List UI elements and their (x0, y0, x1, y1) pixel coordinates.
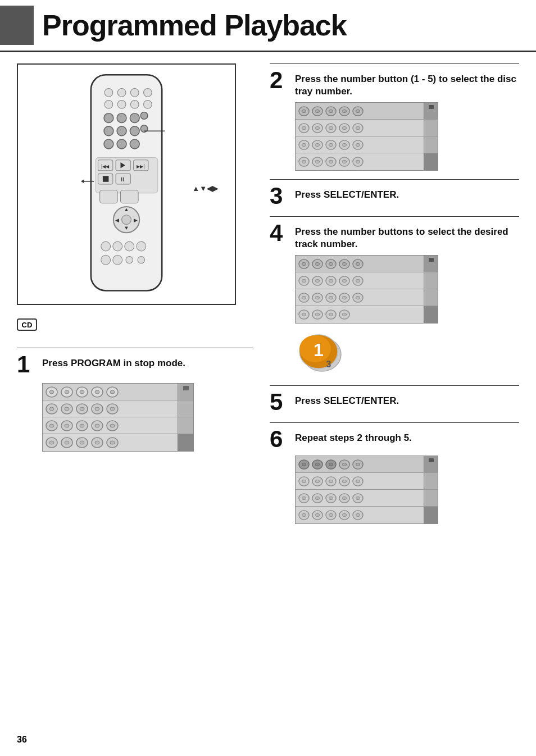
svg-point-196 (315, 497, 319, 499)
svg-point-63 (65, 407, 69, 411)
svg-point-3 (130, 88, 139, 97)
cd-badge: CD (17, 312, 253, 331)
step2-section: 2 Press the number button (1 - 5) to sel… (270, 63, 519, 171)
svg-point-18 (117, 139, 126, 149)
svg-point-15 (130, 126, 139, 136)
svg-point-115 (329, 143, 333, 146)
svg-point-57 (95, 390, 99, 394)
svg-point-65 (80, 407, 84, 411)
svg-point-174 (302, 463, 306, 466)
svg-point-192 (356, 480, 360, 482)
svg-point-111 (302, 143, 306, 146)
svg-point-113 (315, 143, 319, 146)
step3-text: Press SELECT/ENTER. (295, 184, 399, 201)
svg-text:◀: ◀ (115, 217, 119, 223)
svg-point-43 (101, 255, 111, 265)
svg-point-4 (144, 88, 152, 97)
svg-point-178 (329, 463, 333, 466)
svg-point-61 (49, 407, 54, 411)
svg-point-69 (110, 407, 115, 411)
step5-text: Press SELECT/ENTER. (295, 390, 399, 407)
svg-text:▶: ▶ (134, 217, 138, 223)
svg-point-137 (342, 262, 346, 265)
step4-number: 4 (270, 221, 289, 245)
svg-point-131 (302, 262, 306, 265)
step2-number: 2 (270, 69, 289, 92)
svg-text:▼: ▼ (124, 225, 129, 231)
svg-text:1: 1 (314, 340, 324, 360)
svg-rect-32 (120, 190, 138, 203)
step6-text: Repeat steps 2 through 5. (295, 427, 412, 444)
step2-header: 2 Press the number button (1 - 5) to sel… (270, 63, 519, 98)
step6-number: 6 (270, 427, 289, 451)
step5-number: 5 (270, 390, 289, 414)
svg-point-194 (302, 497, 306, 499)
svg-point-208 (329, 514, 333, 517)
svg-text:|◀◀: |◀◀ (101, 163, 110, 169)
svg-rect-31 (100, 190, 118, 203)
svg-point-95 (329, 110, 333, 112)
svg-point-127 (342, 160, 346, 163)
step2-text: Press the number button (1 - 5) to selec… (295, 69, 519, 98)
svg-point-71 (49, 424, 54, 427)
page-title: Programmed Playback (42, 8, 347, 42)
svg-point-83 (65, 441, 69, 444)
svg-text:▶▶|: ▶▶| (137, 163, 144, 169)
svg-point-44 (113, 255, 122, 265)
svg-point-165 (329, 313, 333, 316)
svg-point-159 (356, 296, 360, 299)
direction-arrows-label: ▲▼◀▶ (192, 184, 218, 193)
svg-point-39 (101, 242, 111, 251)
svg-point-1 (105, 88, 113, 97)
svg-point-180 (342, 463, 346, 466)
svg-point-93 (315, 110, 319, 112)
svg-point-109 (356, 126, 360, 129)
svg-point-121 (302, 160, 306, 163)
header-accent (0, 6, 34, 45)
svg-point-155 (329, 296, 333, 299)
page-number: 36 (17, 735, 27, 745)
svg-point-75 (80, 424, 84, 427)
number-display: 1 3 (295, 329, 346, 377)
svg-point-67 (95, 407, 99, 411)
svg-point-89 (110, 441, 115, 444)
svg-point-34 (122, 215, 131, 225)
svg-point-212 (356, 514, 360, 517)
svg-point-17 (104, 139, 113, 149)
step4-header: 4 Press the number buttons to select the… (270, 216, 519, 251)
step1-display (42, 383, 253, 452)
svg-text:⏸: ⏸ (120, 176, 126, 183)
svg-point-103 (315, 126, 319, 129)
svg-point-157 (342, 296, 346, 299)
svg-point-186 (315, 480, 319, 482)
svg-point-202 (356, 497, 360, 499)
svg-point-46 (138, 256, 145, 263)
svg-point-40 (113, 242, 122, 251)
svg-point-97 (342, 110, 346, 112)
step1-number: 1 (17, 353, 37, 376)
step6-display (295, 456, 519, 524)
svg-point-12 (140, 112, 148, 120)
main-content: |◀◀ ▶▶| ⏸ ▲ ▼ ◀ (0, 52, 536, 544)
step4-text: Press the number buttons to select the d… (295, 221, 519, 251)
svg-point-85 (80, 441, 84, 444)
svg-point-11 (130, 113, 139, 123)
svg-point-14 (117, 126, 126, 136)
step6-section: 6 Repeat steps 2 through 5. (270, 422, 519, 524)
step1-section: 1 Press PROGRAM in stop mode. (17, 348, 253, 452)
svg-rect-28 (103, 176, 109, 182)
svg-text:3: 3 (326, 359, 331, 369)
svg-point-81 (49, 441, 54, 444)
svg-point-129 (356, 160, 360, 163)
step1-header: 1 Press PROGRAM in stop mode. (17, 348, 253, 376)
svg-point-45 (126, 256, 133, 263)
svg-point-51 (49, 390, 54, 394)
svg-point-117 (342, 143, 346, 146)
svg-point-119 (356, 143, 360, 146)
svg-point-79 (110, 424, 115, 427)
step5-section: 5 Press SELECT/ENTER. (270, 385, 519, 414)
svg-point-107 (342, 126, 346, 129)
step6-header: 6 Repeat steps 2 through 5. (270, 422, 519, 451)
svg-point-143 (315, 279, 319, 282)
svg-point-42 (137, 242, 146, 251)
